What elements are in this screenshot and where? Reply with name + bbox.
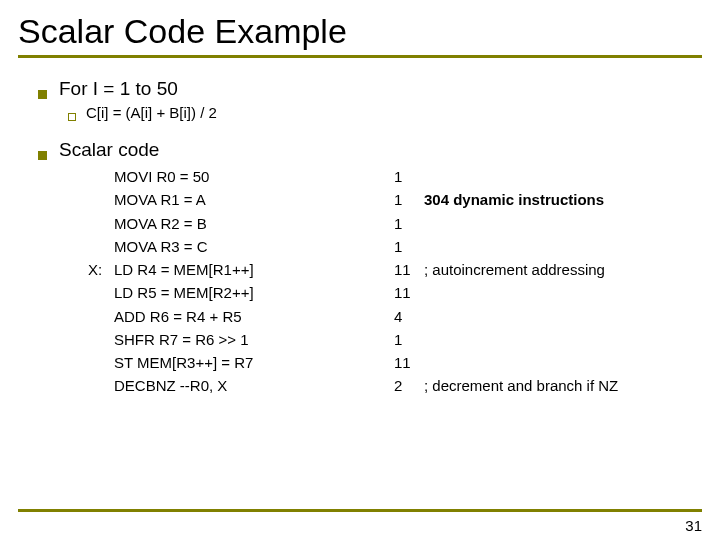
code-label [88, 165, 114, 188]
code-label [88, 351, 114, 374]
code-cyc: 2 [394, 374, 424, 397]
code-label [88, 281, 114, 304]
code-label [88, 212, 114, 235]
code-cmt: ; autoincrement addressing [424, 258, 702, 281]
bullet-row-1: For I = 1 to 50 [38, 78, 702, 100]
bullet-2-text: Scalar code [59, 139, 159, 161]
code-row: SHFR R7 = R6 >> 1 1 [88, 328, 702, 351]
sub-bullet-row-1: C[i] = (A[i] + B[i]) / 2 [68, 104, 702, 121]
code-row: ADD R6 = R4 + R5 4 [88, 305, 702, 328]
sub-bullet-1-text: C[i] = (A[i] + B[i]) / 2 [86, 104, 217, 121]
code-cmt [424, 212, 702, 235]
section-for-loop: For I = 1 to 50 C[i] = (A[i] + B[i]) / 2 [38, 78, 702, 121]
code-instr: MOVA R2 = B [114, 212, 394, 235]
code-cmt [424, 165, 702, 188]
hollow-bullet-icon [68, 113, 76, 121]
code-cyc: 11 [394, 281, 424, 304]
code-block: MOVI R0 = 50 1 MOVA R1 = A 1 304 dynamic… [88, 165, 702, 398]
code-cyc: 1 [394, 328, 424, 351]
code-label [88, 328, 114, 351]
rule-bottom [18, 509, 702, 512]
bullet-1-text: For I = 1 to 50 [59, 78, 178, 100]
code-row: MOVA R1 = A 1 304 dynamic instructions [88, 188, 702, 211]
code-cyc: 1 [394, 235, 424, 258]
code-row: MOVA R2 = B 1 [88, 212, 702, 235]
code-cmt [424, 281, 702, 304]
code-row: LD R5 = MEM[R2++] 11 [88, 281, 702, 304]
code-cmt [424, 305, 702, 328]
code-instr: ST MEM[R3++] = R7 [114, 351, 394, 374]
code-cyc: 1 [394, 165, 424, 188]
code-row: ST MEM[R3++] = R7 11 [88, 351, 702, 374]
code-row: X: LD R4 = MEM[R1++] 11 ; autoincrement … [88, 258, 702, 281]
code-cmt: ; decrement and branch if NZ [424, 374, 702, 397]
code-instr: MOVI R0 = 50 [114, 165, 394, 188]
code-label [88, 188, 114, 211]
code-label [88, 305, 114, 328]
code-cyc: 11 [394, 258, 424, 281]
code-instr: SHFR R7 = R6 >> 1 [114, 328, 394, 351]
code-cmt [424, 235, 702, 258]
rule-top [18, 55, 702, 58]
square-bullet-icon [38, 90, 47, 99]
square-bullet-icon [38, 151, 47, 160]
code-instr: LD R5 = MEM[R2++] [114, 281, 394, 304]
code-instr: DECBNZ --R0, X [114, 374, 394, 397]
section-scalar-code: Scalar code MOVI R0 = 50 1 MOVA R1 = A 1… [38, 139, 702, 398]
code-cyc: 11 [394, 351, 424, 374]
code-row: MOVI R0 = 50 1 [88, 165, 702, 188]
code-row: DECBNZ --R0, X 2 ; decrement and branch … [88, 374, 702, 397]
code-row: MOVA R3 = C 1 [88, 235, 702, 258]
code-label [88, 374, 114, 397]
page-number: 31 [685, 517, 702, 534]
code-cyc: 4 [394, 305, 424, 328]
bullet-row-2: Scalar code [38, 139, 702, 161]
code-instr: LD R4 = MEM[R1++] [114, 258, 394, 281]
code-cyc: 1 [394, 212, 424, 235]
code-cmt [424, 351, 702, 374]
code-label: X: [88, 258, 114, 281]
code-instr: MOVA R3 = C [114, 235, 394, 258]
code-cmt [424, 328, 702, 351]
code-instr: ADD R6 = R4 + R5 [114, 305, 394, 328]
slide-title: Scalar Code Example [18, 12, 702, 51]
code-label [88, 235, 114, 258]
annotation: 304 dynamic instructions [424, 188, 702, 211]
code-instr: MOVA R1 = A [114, 188, 394, 211]
code-cyc: 1 [394, 188, 424, 211]
